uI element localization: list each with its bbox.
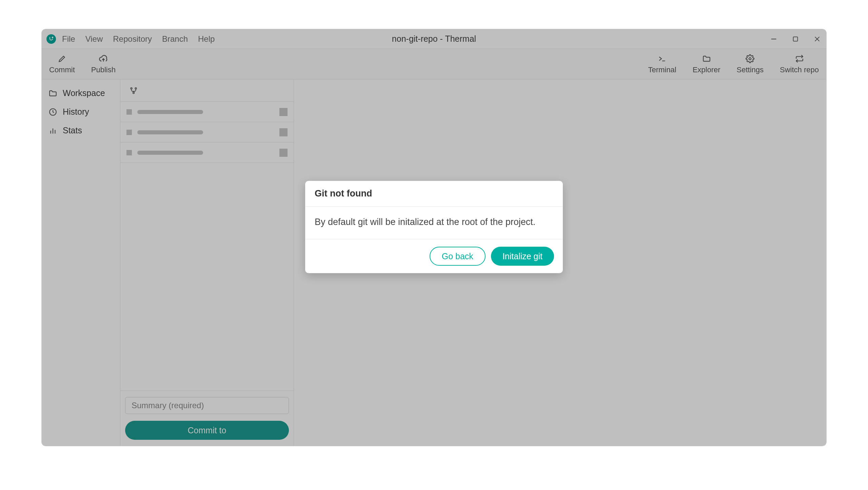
modal-title: Git not found (305, 181, 563, 207)
app-window: File View Repository Branch Help non-git… (41, 29, 827, 446)
modal-dialog: Git not found By default git will be ini… (305, 181, 563, 273)
modal-footer: Go back Initalize git (305, 239, 563, 273)
go-back-button[interactable]: Go back (430, 247, 486, 266)
modal-body-text: By default git will be initalized at the… (305, 207, 563, 239)
modal-overlay[interactable]: Git not found By default git will be ini… (42, 29, 826, 446)
initialize-git-button[interactable]: Initalize git (491, 247, 554, 266)
